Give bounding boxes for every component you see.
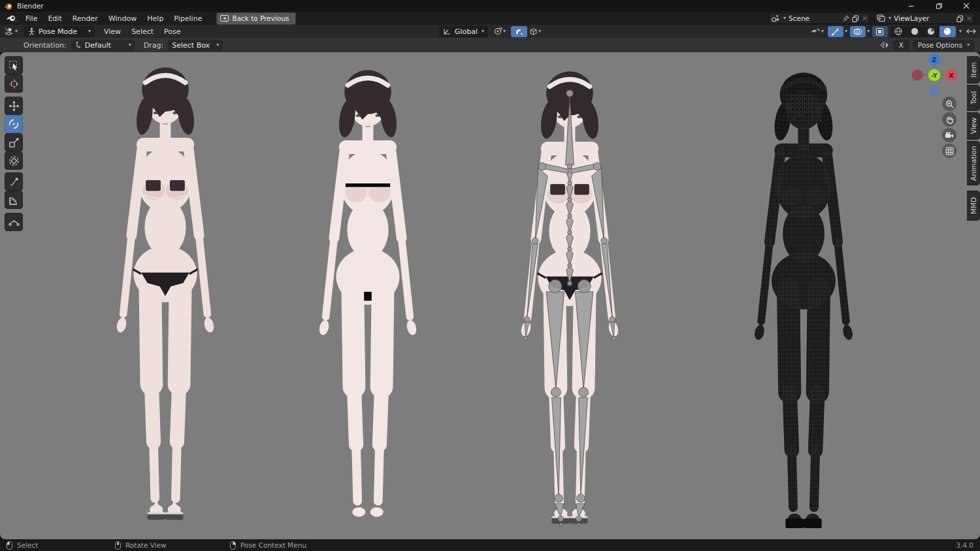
drag-dropdown[interactable]: Select Box ▾ <box>168 40 223 51</box>
mode-label: Pose Mode <box>39 27 84 36</box>
axis-z-label: Z <box>932 56 937 63</box>
pose-options-label: Pose Options <box>918 41 962 49</box>
sidebar-tab-item[interactable]: Item <box>967 56 980 84</box>
topbar: File Edit Render Window Help Pipeline Ba… <box>0 12 980 25</box>
minimize-button[interactable] <box>898 0 925 12</box>
new-viewlayer-icon[interactable] <box>956 15 964 22</box>
sidebar-tab-animation[interactable]: Animation <box>967 141 980 185</box>
tool-move[interactable] <box>5 97 23 115</box>
camera-icon <box>945 131 954 139</box>
maximize-button[interactable] <box>925 0 953 12</box>
scene-name: Scene <box>789 14 840 22</box>
menu-pipeline[interactable]: Pipeline <box>169 14 207 24</box>
pivot-point-dropdown[interactable]: ▾ <box>492 26 507 37</box>
mode-dropdown[interactable]: Pose Mode ▾ <box>24 26 95 37</box>
remove-viewlayer-icon[interactable]: ✕ <box>966 14 972 22</box>
menu-edit[interactable]: Edit <box>42 14 67 24</box>
tool-measure[interactable] <box>5 191 23 209</box>
menu-select[interactable]: Select <box>126 27 159 37</box>
pan-button[interactable] <box>942 112 956 127</box>
tab-tool-label: Tool <box>970 91 977 104</box>
tool-settings-bar: Orientation: Default ▾ Drag: Select Box … <box>0 38 980 52</box>
object-types-chevron: ▾ <box>821 29 824 34</box>
axis-neg-z-ball[interactable] <box>929 86 940 97</box>
show-overlays-toggle[interactable] <box>850 26 866 37</box>
menu-file[interactable]: File <box>20 14 42 24</box>
pose-options-chevron: ▾ <box>967 42 970 48</box>
menu-help[interactable]: Help <box>142 14 169 24</box>
pose-options-dropdown[interactable]: Pose Options ▾ <box>913 40 975 51</box>
xray-toggle[interactable] <box>872 26 888 37</box>
x-axis-mirror-toggle[interactable]: X <box>893 40 909 51</box>
tool-scale[interactable] <box>5 133 23 151</box>
tool-pose-breakdowner[interactable] <box>5 213 23 231</box>
scene-selector[interactable]: ▾ Scene ✕ <box>768 12 870 24</box>
zoom-icon <box>945 100 954 108</box>
figure-shaded-model[interactable] <box>292 57 444 539</box>
camera-view-button[interactable] <box>942 128 956 142</box>
xray-icon <box>875 27 884 36</box>
show-gizmo-toggle[interactable] <box>828 26 843 37</box>
orientation-label: Orientation: <box>24 41 67 50</box>
figure-armature-model[interactable] <box>494 59 645 539</box>
new-scene-icon[interactable] <box>852 15 859 22</box>
axis-navigation-gizmo[interactable]: Z X -Y <box>911 54 957 99</box>
annotate-pen-icon <box>8 176 20 187</box>
orthographic-toggle-button[interactable] <box>942 144 956 158</box>
shading-wireframe-button[interactable] <box>890 26 907 37</box>
figure-wireframe-model[interactable] <box>727 60 881 539</box>
close-button[interactable] <box>953 0 980 12</box>
shading-material-button[interactable] <box>923 26 939 37</box>
figure-textured-model[interactable] <box>90 55 241 539</box>
tool-transform[interactable] <box>5 151 23 170</box>
3d-viewport[interactable]: Z X -Y Item Tool View <box>0 52 980 539</box>
snap-settings-dropdown[interactable]: ▾ <box>528 26 542 37</box>
menu-pose[interactable]: Pose <box>159 27 186 37</box>
tool-select-box[interactable] <box>5 56 23 74</box>
sidebar-tab-view[interactable]: View <box>967 112 980 140</box>
expand-header-icon[interactable] <box>966 28 976 35</box>
shading-mode-group <box>890 26 956 37</box>
transform-orientation-dropdown[interactable]: Global ▾ <box>439 26 488 37</box>
visibility-eye-icon <box>811 27 821 35</box>
snap-toggle[interactable] <box>511 26 527 37</box>
shading-chevron[interactable]: ▾ <box>959 29 962 34</box>
tool-annotate[interactable] <box>5 172 23 191</box>
pose-breakdowner-icon <box>8 217 20 228</box>
drag-value: Select Box <box>172 41 212 50</box>
editor-type-chevron: ▾ <box>15 29 18 34</box>
pose-armature-bones[interactable] <box>523 90 615 526</box>
viewport-header: ▾ Pose Mode ▾ View Select Pose Global ▾ … <box>0 25 980 38</box>
solid-sphere-icon <box>910 27 919 36</box>
blender-menu-button[interactable] <box>3 14 20 22</box>
overlays-chevron[interactable]: ▾ <box>867 29 870 34</box>
back-to-previous-button[interactable]: Back to Previous <box>216 12 295 25</box>
gizmo-chevron[interactable]: ▾ <box>845 29 847 34</box>
zoom-button[interactable] <box>942 97 956 111</box>
orientation-chevron: ▾ <box>482 29 484 34</box>
editor-type-button[interactable]: ▾ <box>3 26 19 37</box>
tool-cursor[interactable] <box>5 74 23 93</box>
snap-with-cube-icon <box>529 27 538 36</box>
shading-solid-button[interactable] <box>907 26 923 37</box>
tab-view-label: View <box>970 118 977 134</box>
3d-cursor-icon <box>8 78 20 89</box>
menu-view[interactable]: View <box>99 27 126 37</box>
menu-render[interactable]: Render <box>67 14 103 24</box>
gizmo-icon <box>831 27 840 36</box>
pin-icon[interactable] <box>843 15 849 22</box>
orientation-default-dropdown[interactable]: Default ▾ <box>71 40 135 51</box>
sidebar-tab-tool[interactable]: Tool <box>967 85 980 111</box>
axis-neg-x-ball[interactable] <box>912 70 923 81</box>
menu-window[interactable]: Window <box>103 14 142 24</box>
orientation-default-value: Default <box>85 41 125 50</box>
pose-mode-icon <box>28 27 35 36</box>
show-object-types-dropdown[interactable]: ▾ <box>809 26 825 37</box>
move-icon <box>8 101 20 112</box>
unlink-scene-icon[interactable]: ✕ <box>862 14 868 22</box>
tool-rotate[interactable] <box>5 115 23 133</box>
shading-rendered-button[interactable] <box>939 26 956 37</box>
viewlayer-selector[interactable]: ▾ ViewLayer ✕ <box>874 12 975 24</box>
sidebar-tab-mmd[interactable]: MMD <box>967 191 980 221</box>
orientation-default-chevron: ▾ <box>129 42 131 48</box>
